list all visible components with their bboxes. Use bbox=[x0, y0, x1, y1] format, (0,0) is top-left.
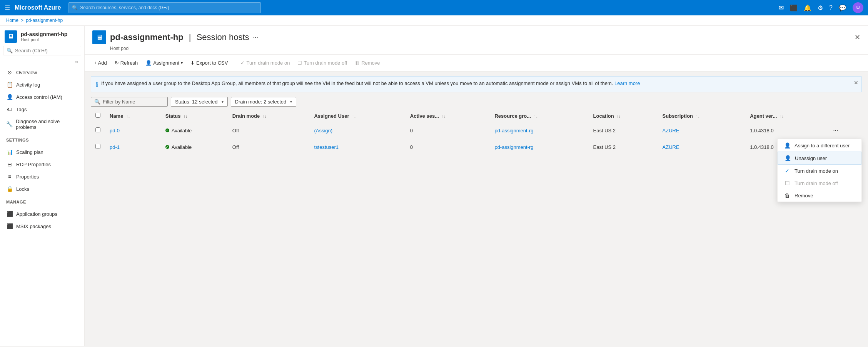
export-button[interactable]: ⬇ Export to CSV bbox=[187, 58, 231, 68]
col-user: Assigned User ↑↓ bbox=[309, 110, 405, 122]
status-label: Available bbox=[172, 128, 192, 133]
settings-icon[interactable]: ⚙ bbox=[818, 4, 823, 12]
context-drain-on[interactable]: ✓ Turn drain mode on bbox=[778, 165, 861, 177]
remove-button[interactable]: 🗑 Remove bbox=[352, 58, 383, 68]
context-drain-off[interactable]: ☐ Turn drain mode off bbox=[778, 177, 861, 189]
drain-off-button[interactable]: ☐ Turn drain mode off bbox=[294, 58, 350, 68]
sidebar-item-scaling[interactable]: 📊 Scaling plan bbox=[0, 146, 84, 158]
help-icon[interactable]: ? bbox=[829, 4, 833, 11]
sidebar-item-tags[interactable]: 🏷 Tags bbox=[0, 103, 84, 115]
cloud-shell-icon[interactable]: ⬛ bbox=[790, 4, 798, 12]
sidebar-search-input[interactable] bbox=[15, 48, 80, 53]
drain-filter-caret: ▾ bbox=[290, 100, 292, 104]
sidebar-item-properties[interactable]: ≡ Properties bbox=[0, 170, 84, 183]
resource-subtitle: Host pool bbox=[21, 37, 67, 42]
resource-group-link[interactable]: pd-assignment-rg bbox=[494, 128, 533, 133]
sidebar-item-overview[interactable]: ⊙ Overview bbox=[0, 66, 84, 78]
sidebar-item-rdp[interactable]: ⊟ RDP Properties bbox=[0, 158, 84, 170]
add-button[interactable]: + Add bbox=[91, 58, 110, 68]
context-item-label: Turn drain mode on bbox=[795, 168, 838, 174]
session-hosts-table: Name ↑↓ Status ↑↓ Drain mode ↑↓ Assigned… bbox=[91, 110, 862, 155]
host-name-link[interactable]: pd-1 bbox=[110, 144, 120, 150]
page-title: pd-assignment-hp | Session hosts bbox=[110, 32, 249, 42]
active-sessions-cell: 0 bbox=[406, 122, 490, 139]
assigned-user-link[interactable]: (Assign) bbox=[314, 128, 332, 133]
sidebar-item-label-activity: Activity log bbox=[16, 82, 40, 88]
refresh-button[interactable]: ↻ Refresh bbox=[112, 58, 141, 68]
host-name-link[interactable]: pd-0 bbox=[110, 128, 120, 133]
iam-icon: 👤 bbox=[6, 94, 13, 100]
sidebar-item-diagnose[interactable]: 🔧 Diagnose and solve problems bbox=[0, 115, 84, 133]
assignment-button[interactable]: 👤 Assignment ▾ bbox=[142, 58, 186, 68]
status-filter-dropdown[interactable]: Status: 12 selected ▾ bbox=[171, 97, 228, 107]
context-unassign-user[interactable]: 👤 Unassign user bbox=[778, 152, 861, 165]
subscription-link[interactable]: AZURE bbox=[663, 144, 679, 150]
agent-version-cell: 1.0.4318.0 bbox=[745, 122, 826, 139]
row-checkbox[interactable] bbox=[95, 127, 100, 132]
remove-icon: 🗑 bbox=[355, 60, 360, 66]
context-item-label: Unassign user bbox=[795, 155, 827, 161]
email-icon[interactable]: ✉ bbox=[779, 4, 784, 12]
status-cell: Available bbox=[165, 128, 223, 133]
resource-title: pd-assignment-hp bbox=[21, 31, 67, 37]
drain-mode-cell: Off bbox=[228, 139, 310, 155]
banner-text: If you have assigned a user group to the… bbox=[101, 80, 640, 86]
drain-filter-dropdown[interactable]: Drain mode: 2 selected ▾ bbox=[231, 97, 297, 107]
tags-icon: 🏷 bbox=[6, 106, 13, 112]
sidebar-item-activity-log[interactable]: 📋 Activity log bbox=[0, 78, 84, 91]
assigned-user-link[interactable]: tstestuser1 bbox=[314, 144, 339, 150]
sidebar-item-label-rdp: RDP Properties bbox=[16, 162, 51, 167]
nav-icons: ✉ ⬛ 🔔 ⚙ ? 💬 U bbox=[779, 2, 863, 13]
sidebar-item-msix[interactable]: ⬛ MSIX packages bbox=[0, 220, 84, 232]
drain-on-button[interactable]: ✓ Turn drain mode on bbox=[237, 58, 293, 68]
context-assign-different-user[interactable]: 👤 Assign to a different user bbox=[778, 139, 861, 152]
table-row: pd-0 Available Off (Assign) 0 pd-assignm… bbox=[91, 122, 862, 139]
toolbar-separator bbox=[234, 58, 234, 68]
sidebar-item-locks[interactable]: 🔒 Locks bbox=[0, 183, 84, 195]
context-remove[interactable]: 🗑 Remove bbox=[778, 189, 861, 202]
filter-bar: 🔍 Filter by Name Status: 12 selected ▾ D… bbox=[85, 97, 868, 110]
sidebar-item-label-iam: Access control (IAM) bbox=[16, 94, 62, 100]
more-options-header-button[interactable]: ··· bbox=[253, 34, 258, 41]
row-more-options-button[interactable]: ··· bbox=[831, 126, 840, 135]
row-checkbox[interactable] bbox=[95, 144, 100, 149]
global-search[interactable]: 🔍 Search resources, services, and docs (… bbox=[68, 2, 261, 13]
close-banner-button[interactable]: ✕ bbox=[854, 80, 858, 86]
resource-icon: 🖥 bbox=[5, 30, 17, 43]
name-filter[interactable]: 🔍 Filter by Name bbox=[91, 97, 168, 107]
user-avatar[interactable]: U bbox=[853, 2, 863, 13]
diagnose-icon: 🔧 bbox=[6, 121, 13, 127]
main-layout: 🖥 pd-assignment-hp Host pool 🔍 « ⊙ Overv… bbox=[0, 26, 868, 346]
sidebar-search-box[interactable]: 🔍 bbox=[3, 46, 81, 55]
refresh-icon: ↻ bbox=[115, 60, 119, 66]
section-manage-label: Manage bbox=[0, 195, 84, 206]
search-icon: 🔍 bbox=[72, 5, 78, 10]
col-name: Name ↑↓ bbox=[105, 110, 161, 122]
sidebar-item-label-tags: Tags bbox=[16, 107, 27, 112]
drain-off-icon: ☐ bbox=[297, 60, 302, 66]
notification-icon[interactable]: 🔔 bbox=[804, 4, 811, 12]
sidebar-item-iam[interactable]: 👤 Access control (IAM) bbox=[0, 91, 84, 103]
feedback-icon[interactable]: 💬 bbox=[839, 4, 846, 12]
sidebar: 🖥 pd-assignment-hp Host pool 🔍 « ⊙ Overv… bbox=[0, 26, 85, 346]
content-area: 🖥 pd-assignment-hp | Session hosts ··· ✕… bbox=[85, 26, 868, 346]
sidebar-item-appgroups[interactable]: ⬛ Application groups bbox=[0, 208, 84, 220]
breadcrumb-home[interactable]: Home bbox=[6, 18, 18, 23]
breadcrumb-current[interactable]: pd-assignment-hp bbox=[26, 18, 63, 23]
context-menu: 👤 Assign to a different user 👤 Unassign … bbox=[777, 139, 862, 202]
close-button[interactable]: ✕ bbox=[855, 33, 860, 42]
subscription-link[interactable]: AZURE bbox=[663, 128, 679, 133]
sidebar-item-label-diagnose: Diagnose and solve problems bbox=[16, 118, 78, 130]
sidebar-collapse-button[interactable]: « bbox=[75, 58, 78, 65]
drain-on-icon: ✓ bbox=[240, 60, 245, 66]
section-settings-label: Settings bbox=[0, 133, 84, 144]
col-sessions: Active ses... ↑↓ bbox=[406, 110, 490, 122]
table-header: Name ↑↓ Status ↑↓ Drain mode ↑↓ Assigned… bbox=[91, 110, 862, 122]
resource-group-link[interactable]: pd-assignment-rg bbox=[494, 144, 533, 150]
sidebar-item-label-scaling: Scaling plan bbox=[16, 149, 43, 155]
select-all-checkbox[interactable] bbox=[95, 113, 100, 118]
hamburger-icon[interactable]: ☰ bbox=[5, 4, 10, 12]
learn-more-link[interactable]: Learn more bbox=[614, 80, 640, 86]
col-agent: Agent ver... ↑↓ bbox=[745, 110, 826, 122]
breadcrumb-sep: > bbox=[21, 18, 23, 23]
